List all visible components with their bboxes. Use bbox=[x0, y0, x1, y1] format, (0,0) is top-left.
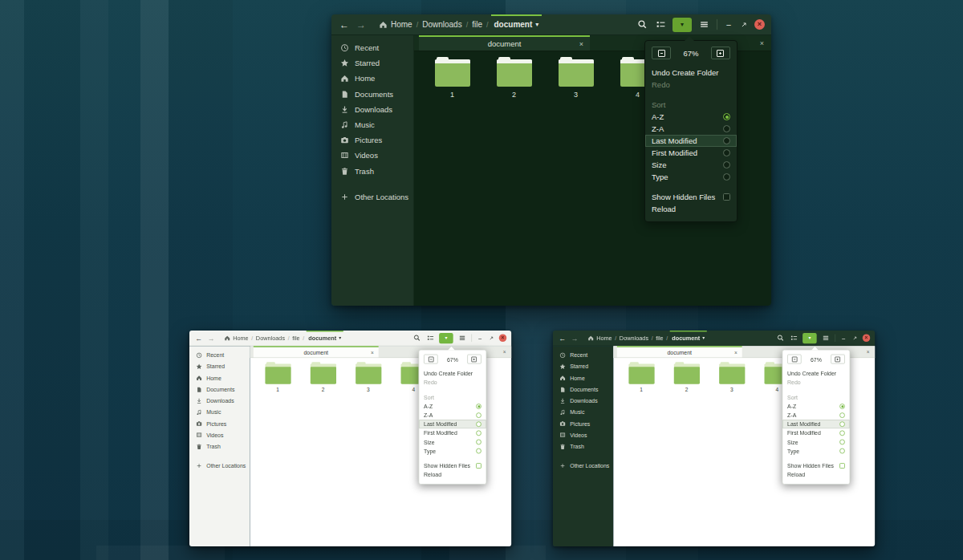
menu-button[interactable] bbox=[821, 333, 831, 343]
tab-close-button[interactable]: × bbox=[734, 349, 737, 355]
sidebar-item-pictures[interactable]: Pictures bbox=[559, 420, 612, 427]
sidebar-item-pictures[interactable]: Pictures bbox=[339, 136, 413, 144]
path-segment-file[interactable]: file bbox=[292, 335, 299, 341]
back-button[interactable]: ← bbox=[338, 20, 351, 30]
forward-button[interactable]: → bbox=[355, 20, 368, 30]
view-options-button[interactable]: ▾ bbox=[439, 333, 453, 343]
folder-item-1[interactable]: 1 bbox=[421, 57, 483, 99]
tabbar-close-button[interactable]: × bbox=[867, 349, 870, 355]
close-button[interactable]: × bbox=[499, 334, 507, 342]
restore-button[interactable] bbox=[739, 18, 749, 31]
sidebar-item-downloads[interactable]: Downloads bbox=[195, 398, 249, 404]
menu-item-sort-last-modified[interactable]: Last Modified bbox=[782, 420, 849, 428]
menu-item-sort-size[interactable]: Size bbox=[419, 437, 486, 446]
minimize-button[interactable]: − bbox=[477, 335, 484, 342]
menu-item-sort-type[interactable]: Type bbox=[782, 446, 849, 455]
close-button[interactable]: × bbox=[754, 19, 765, 30]
tab-document[interactable]: document × bbox=[617, 346, 742, 357]
folder-item-2[interactable]: 2 bbox=[300, 362, 345, 393]
view-list-button[interactable] bbox=[425, 333, 435, 343]
menu-item-sort-az[interactable]: A-Z bbox=[782, 402, 849, 411]
sidebar-item-documents[interactable]: Documents bbox=[195, 386, 249, 392]
tab-document[interactable]: document × bbox=[254, 346, 379, 357]
tabbar-close-button[interactable]: × bbox=[503, 349, 506, 355]
minimize-button[interactable]: − bbox=[840, 335, 847, 342]
menu-button[interactable] bbox=[697, 18, 710, 31]
path-segment-document-current[interactable]: document ▾ bbox=[307, 335, 343, 341]
sidebar-item-videos[interactable]: Videos bbox=[339, 151, 413, 160]
folder-item-3[interactable]: 3 bbox=[709, 362, 754, 393]
sidebar-item-home[interactable]: Home bbox=[559, 375, 612, 381]
folder-item-2[interactable]: 2 bbox=[664, 362, 709, 393]
tab-close-button[interactable]: × bbox=[579, 40, 583, 48]
forward-button[interactable]: → bbox=[570, 335, 579, 342]
back-button[interactable]: ← bbox=[194, 335, 204, 342]
sidebar-item-documents[interactable]: Documents bbox=[559, 386, 612, 392]
path-segment-document-current[interactable]: document ▾ bbox=[671, 335, 706, 341]
forward-button[interactable]: → bbox=[206, 335, 216, 342]
close-button[interactable]: × bbox=[863, 334, 871, 342]
sidebar-item-recent[interactable]: Recent bbox=[559, 352, 612, 359]
sidebar-item-downloads[interactable]: Downloads bbox=[559, 398, 612, 404]
sidebar-item-music[interactable]: Music bbox=[195, 409, 249, 416]
search-button[interactable] bbox=[636, 18, 648, 31]
sidebar-item-videos[interactable]: Videos bbox=[559, 432, 612, 438]
zoom-in-button[interactable] bbox=[711, 47, 730, 59]
zoom-in-button[interactable] bbox=[831, 355, 845, 364]
restore-button[interactable] bbox=[851, 333, 859, 343]
menu-item-sort-za[interactable]: Z-A bbox=[645, 123, 737, 135]
view-list-button[interactable] bbox=[789, 333, 798, 343]
menu-item-sort-first-modified[interactable]: First Modified bbox=[782, 428, 849, 437]
tabbar-close-button[interactable]: × bbox=[760, 39, 764, 47]
path-segment-downloads[interactable]: Downloads bbox=[256, 335, 285, 341]
menu-item-undo-create-folder[interactable]: Undo Create Folder bbox=[419, 369, 486, 378]
folder-item-1[interactable]: 1 bbox=[619, 362, 664, 393]
sidebar-item-music[interactable]: Music bbox=[559, 409, 612, 416]
sidebar-item-pictures[interactable]: Pictures bbox=[195, 420, 249, 427]
sidebar-item-downloads[interactable]: Downloads bbox=[339, 105, 413, 114]
path-segment-home[interactable]: Home bbox=[587, 335, 612, 341]
view-options-button[interactable]: ▾ bbox=[672, 18, 692, 32]
sidebar-item-starred[interactable]: Starred bbox=[339, 59, 413, 67]
folder-item-1[interactable]: 1 bbox=[255, 362, 300, 393]
search-button[interactable] bbox=[412, 333, 421, 343]
search-button[interactable] bbox=[775, 333, 785, 343]
menu-item-undo-create-folder[interactable]: Undo Create Folder bbox=[645, 67, 737, 79]
menu-item-reload[interactable]: Reload bbox=[419, 470, 486, 479]
menu-item-sort-size[interactable]: Size bbox=[782, 437, 849, 446]
path-segment-file[interactable]: file bbox=[656, 335, 663, 341]
zoom-in-button[interactable] bbox=[467, 355, 482, 364]
menu-button[interactable] bbox=[457, 333, 467, 343]
sidebar-item-other-locations[interactable]: Other Locations bbox=[195, 462, 249, 469]
zoom-out-button[interactable] bbox=[424, 355, 438, 364]
sidebar-item-starred[interactable]: Starred bbox=[195, 363, 249, 370]
tab-document[interactable]: document × bbox=[419, 35, 590, 51]
sidebar-item-starred[interactable]: Starred bbox=[559, 363, 612, 370]
menu-item-sort-first-modified[interactable]: First Modified bbox=[419, 428, 486, 437]
menu-item-sort-az[interactable]: A-Z bbox=[419, 402, 486, 411]
sidebar-item-documents[interactable]: Documents bbox=[339, 90, 413, 99]
menu-item-sort-type[interactable]: Type bbox=[645, 171, 737, 183]
sidebar-item-other-locations[interactable]: Other Locations bbox=[339, 193, 413, 201]
path-segment-downloads[interactable]: Downloads bbox=[620, 335, 648, 341]
restore-button[interactable] bbox=[488, 333, 495, 343]
menu-item-sort-type[interactable]: Type bbox=[419, 446, 486, 455]
sidebar-item-trash[interactable]: Trash bbox=[559, 443, 612, 449]
sidebar-item-trash[interactable]: Trash bbox=[195, 443, 249, 449]
path-segment-downloads[interactable]: Downloads bbox=[422, 20, 461, 29]
sidebar-item-other-locations[interactable]: Other Locations bbox=[559, 462, 612, 469]
menu-item-sort-first-modified[interactable]: First Modified bbox=[645, 147, 737, 159]
sidebar-item-trash[interactable]: Trash bbox=[339, 167, 413, 176]
menu-item-sort-size[interactable]: Size bbox=[645, 159, 737, 171]
sidebar-item-videos[interactable]: Videos bbox=[195, 432, 249, 438]
path-segment-home[interactable]: Home bbox=[378, 20, 412, 29]
sidebar-item-recent[interactable]: Recent bbox=[339, 43, 413, 52]
menu-item-show-hidden-files[interactable]: Show Hidden Files bbox=[419, 461, 486, 470]
back-button[interactable]: ← bbox=[558, 335, 567, 342]
zoom-out-button[interactable] bbox=[652, 47, 671, 59]
menu-item-reload[interactable]: Reload bbox=[782, 470, 849, 479]
menu-item-sort-last-modified[interactable]: Last Modified bbox=[645, 135, 737, 147]
menu-item-show-hidden-files[interactable]: Show Hidden Files bbox=[645, 191, 737, 203]
zoom-out-button[interactable] bbox=[787, 355, 802, 364]
path-segment-home[interactable]: Home bbox=[223, 335, 248, 341]
